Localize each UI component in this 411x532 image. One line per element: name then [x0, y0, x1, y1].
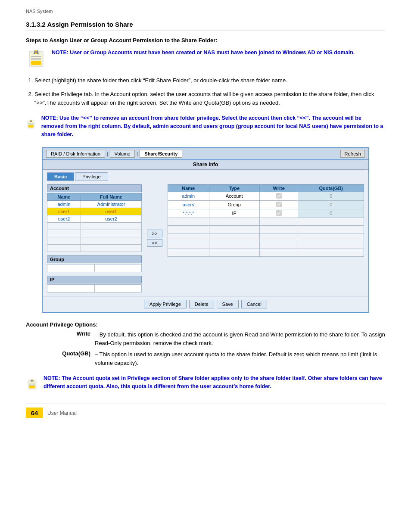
- account-fullname-cell: [81, 230, 141, 237]
- right-col-write: Write: [259, 184, 298, 192]
- right-col-type: Type: [209, 184, 259, 192]
- page-footer-label: User Manual: [47, 410, 77, 416]
- account-fullname-cell: [81, 222, 141, 230]
- quota-option-row: Quota(GB) – This option is used to assig…: [26, 350, 385, 367]
- svg-point-15: [31, 121, 31, 122]
- page-footer: 64 User Manual: [26, 404, 385, 418]
- right-write-cell[interactable]: [259, 200, 298, 209]
- table-row: [168, 233, 364, 241]
- table-row: [47, 284, 142, 292]
- ip-section: IP: [47, 276, 142, 292]
- table-row[interactable]: admin Administrator: [47, 200, 142, 208]
- table-row: [168, 225, 364, 233]
- share-tabs-row: Basic Privilege: [43, 170, 368, 181]
- right-name-cell: *.*.*.*: [168, 209, 209, 218]
- privilege-options-title: Account Privilege Options:: [26, 321, 385, 328]
- section-subtitle: Steps to Assign User or Group Account Pe…: [26, 37, 385, 44]
- panel-buttons: Apply Privilege Delete Save Cancel: [43, 296, 368, 312]
- cancel-button[interactable]: Cancel: [241, 300, 267, 308]
- note-text-3: NOTE: The Account quota set in Privilege…: [44, 374, 385, 391]
- group-section-label: Group: [47, 255, 142, 263]
- right-type-cell: Group: [209, 200, 259, 209]
- table-row[interactable]: *.*.*.* IP 0: [168, 209, 364, 218]
- svg-rect-9: [28, 125, 34, 128]
- table-row[interactable]: user1 user1: [47, 208, 142, 215]
- quota-desc: – This option is used to assign user acc…: [95, 350, 385, 367]
- note-box-1: NOTE: User or Group Accounts must have b…: [26, 49, 385, 69]
- account-name-cell: [47, 237, 81, 244]
- account-name-cell: [47, 230, 81, 237]
- table-row: [47, 230, 142, 237]
- write-option-row: Write – By default, this option is check…: [26, 330, 385, 348]
- svg-rect-1: [31, 61, 41, 65]
- account-name-cell: user1: [47, 208, 81, 215]
- right-quota-cell: 0: [298, 200, 364, 209]
- panel-header: RAID / Disk Information | Volume | Share…: [43, 148, 368, 160]
- right-write-cell[interactable]: [259, 192, 298, 200]
- back-button[interactable]: <<: [147, 239, 162, 247]
- refresh-button[interactable]: Refresh: [340, 150, 365, 158]
- right-name-cell: admin: [168, 192, 209, 200]
- panel-tab-raid[interactable]: RAID / Disk Information: [46, 150, 105, 158]
- right-type-cell: Account: [209, 192, 259, 200]
- right-col-quota: Quota(GB): [298, 184, 364, 192]
- account-name-cell: user2: [47, 215, 81, 222]
- svg-rect-17: [29, 386, 35, 389]
- table-row: [168, 249, 364, 256]
- tab-privilege[interactable]: Privilege: [75, 172, 108, 181]
- arrow-buttons: >> <<: [145, 184, 164, 292]
- write-desc: – By default, this option is checked and…: [95, 330, 385, 348]
- right-write-cell[interactable]: [259, 209, 298, 218]
- note-box-2: NOTE: Use the “<<” to remove an account …: [26, 114, 385, 138]
- right-section: Name Type Write Quota(GB) admin Account …: [168, 184, 364, 292]
- account-col-name: Name: [47, 193, 81, 200]
- right-name-cell: users: [168, 200, 209, 209]
- note-text-1: NOTE: User or Group Accounts must have b…: [52, 49, 355, 57]
- group-table: [47, 264, 142, 272]
- share-info-title: Share Info: [43, 160, 368, 170]
- ui-panel: RAID / Disk Information | Volume | Share…: [42, 147, 369, 313]
- right-type-cell: IP: [209, 209, 259, 218]
- table-row: [47, 237, 142, 244]
- save-button[interactable]: Save: [217, 300, 239, 308]
- account-col-fullname: Full Name: [81, 193, 141, 200]
- account-table: Name Full Name admin Administrator user1…: [47, 193, 142, 252]
- ip-section-label: IP: [47, 276, 142, 283]
- table-row: [47, 244, 142, 252]
- quota-label: Quota(GB): [26, 350, 95, 367]
- account-fullname-cell: user1: [81, 208, 141, 215]
- table-row[interactable]: users Group 0: [168, 200, 364, 209]
- privilege-options-section: Account Privilege Options: Write – By de…: [26, 321, 385, 368]
- privilege-panel: Account Name Full Name admin Administrat…: [43, 181, 368, 296]
- right-quota-cell: 0: [298, 209, 364, 218]
- step-1: Select (highlight) the share folder then…: [34, 76, 385, 85]
- svg-point-23: [31, 380, 32, 381]
- page-number: 64: [26, 408, 43, 418]
- right-quota-cell: 0: [298, 192, 364, 200]
- step-2: Select the Privilege tab. In the Account…: [34, 90, 385, 107]
- forward-button[interactable]: >>: [147, 230, 162, 237]
- tab-basic[interactable]: Basic: [47, 172, 74, 181]
- breadcrumb: NAS System: [26, 9, 385, 14]
- account-fullname-cell: [81, 237, 141, 244]
- table-row[interactable]: admin Account 0: [168, 192, 364, 200]
- account-section: Account Name Full Name admin Administrat…: [47, 184, 142, 292]
- table-row[interactable]: user2 user2: [47, 215, 142, 222]
- svg-point-7: [35, 51, 37, 53]
- account-fullname-cell: user2: [81, 215, 141, 222]
- write-label: Write: [26, 330, 95, 348]
- steps-list: Select (highlight) the share folder then…: [34, 76, 385, 107]
- right-table: Name Type Write Quota(GB) admin Account …: [168, 184, 364, 257]
- group-section: Group: [47, 255, 142, 272]
- panel-tab-share[interactable]: Share/Security: [140, 150, 182, 158]
- table-row: [47, 222, 142, 230]
- pencil-icon-1: [26, 49, 47, 69]
- table-row: [168, 241, 364, 249]
- apply-privilege-button[interactable]: Apply Privilege: [144, 300, 187, 308]
- right-col-name: Name: [168, 184, 209, 192]
- pencil-icon-2: [26, 114, 36, 135]
- account-name-cell: [47, 244, 81, 252]
- delete-button[interactable]: Delete: [189, 300, 214, 308]
- panel-tab-volume[interactable]: Volume: [110, 150, 135, 158]
- pencil-icon-3: [26, 374, 38, 395]
